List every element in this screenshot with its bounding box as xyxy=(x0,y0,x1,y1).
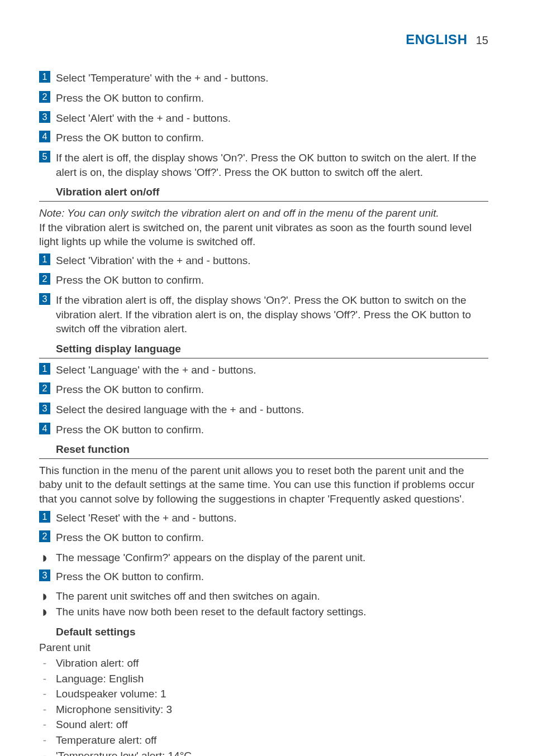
list-text: Language: English xyxy=(56,672,488,686)
step-number-icon: 2 xyxy=(39,273,50,285)
bullet-text: The parent unit switches off and then sw… xyxy=(56,589,488,604)
dash-icon: - xyxy=(39,749,50,756)
step-row: 1 Select 'Vibration' with the + and - bu… xyxy=(39,253,488,268)
step-number-icon: 5 xyxy=(39,151,50,162)
step-text: If the vibration alert is off, the displ… xyxy=(56,293,488,336)
section-divider xyxy=(39,201,488,202)
intro-text: This function in the menu of the parent … xyxy=(39,463,488,506)
step-number-icon: 1 xyxy=(39,363,50,375)
step-row: 1 Select 'Temperature' with the + and - … xyxy=(39,71,488,85)
step-text: Press the OK button to confirm. xyxy=(56,273,488,288)
step-text: Press the OK button to confirm. xyxy=(56,423,488,437)
step-number-icon: 2 xyxy=(39,530,50,542)
list-item: - Loudspeaker volume: 1 xyxy=(39,687,488,701)
step-row: 1 Select 'Language' with the + and - but… xyxy=(39,363,488,377)
list-item: - Vibration alert: off xyxy=(39,656,488,671)
section-heading-vibration: Vibration alert on/off xyxy=(56,185,488,199)
step-text: Select 'Vibration' with the + and - butt… xyxy=(56,253,488,268)
step-text: If the alert is off, the display shows '… xyxy=(56,151,488,179)
step-row: 3 Select the desired language with the +… xyxy=(39,403,488,417)
header-language: ENGLISH xyxy=(406,32,467,47)
step-row: 2 Press the OK button to confirm. xyxy=(39,382,488,397)
section-heading-reset: Reset function xyxy=(56,442,488,457)
step-row: 2 Press the OK button to confirm. xyxy=(39,530,488,545)
step-row: 4 Press the OK button to confirm. xyxy=(39,131,488,145)
step-row: 1 Select 'Reset' with the + and - button… xyxy=(39,511,488,525)
step-text: Select 'Temperature' with the + and - bu… xyxy=(56,71,488,85)
list-item: - Microphone sensitivity: 3 xyxy=(39,702,488,717)
bullet-icon: ◗ xyxy=(39,551,50,564)
step-number-icon: 3 xyxy=(39,570,50,581)
dash-icon: - xyxy=(39,717,50,732)
step-text: Press the OK button to confirm. xyxy=(56,530,488,545)
list-item: - 'Temperature low' alert: 14°C xyxy=(39,749,488,756)
section-heading-defaults: Default settings xyxy=(56,625,488,639)
step-number-icon: 3 xyxy=(39,293,50,305)
list-text: Loudspeaker volume: 1 xyxy=(56,687,488,701)
step-row: 3 If the vibration alert is off, the dis… xyxy=(39,293,488,336)
note-text: Note: You can only switch the vibration … xyxy=(39,206,488,221)
step-text: Press the OK button to confirm. xyxy=(56,131,488,145)
step-number-icon: 4 xyxy=(39,423,50,434)
list-text: 'Temperature low' alert: 14°C xyxy=(56,749,488,756)
list-text: Sound alert: off xyxy=(56,717,488,732)
step-number-icon: 3 xyxy=(39,403,50,414)
bullet-icon: ◗ xyxy=(39,589,50,603)
bullet-row: ◗ The parent unit switches off and then … xyxy=(39,589,488,604)
step-text: Press the OK button to confirm. xyxy=(56,382,488,397)
section-heading-language: Setting display language xyxy=(56,342,488,356)
bullet-row: ◗ The message 'Confirm?' appears on the … xyxy=(39,551,488,565)
step-row: 4 Press the OK button to confirm. xyxy=(39,423,488,437)
step-text: Press the OK button to confirm. xyxy=(56,570,488,584)
dash-icon: - xyxy=(39,702,50,717)
bullet-text: The units have now both been reset to th… xyxy=(56,605,488,619)
list-item: - Temperature alert: off xyxy=(39,733,488,748)
list-item: - Language: English xyxy=(39,672,488,686)
step-row: 3 Press the OK button to confirm. xyxy=(39,570,488,584)
list-text: Temperature alert: off xyxy=(56,733,488,748)
list-text: Microphone sensitivity: 3 xyxy=(56,702,488,717)
step-number-icon: 2 xyxy=(39,382,50,394)
step-number-icon: 3 xyxy=(39,111,50,123)
step-text: Select the desired language with the + a… xyxy=(56,403,488,417)
section-divider xyxy=(39,458,488,459)
step-number-icon: 1 xyxy=(39,511,50,523)
bullet-row: ◗ The units have now both been reset to … xyxy=(39,605,488,619)
step-number-icon: 2 xyxy=(39,91,50,103)
dash-icon: - xyxy=(39,687,50,701)
defaults-subhead: Parent unit xyxy=(39,640,488,655)
step-number-icon: 1 xyxy=(39,71,50,83)
bullet-icon: ◗ xyxy=(39,605,50,619)
list-text: Vibration alert: off xyxy=(56,656,488,671)
step-number-icon: 4 xyxy=(39,131,50,142)
page-header: ENGLISH 15 xyxy=(39,31,488,49)
step-number-icon: 1 xyxy=(39,253,50,265)
step-row: 5 If the alert is off, the display shows… xyxy=(39,151,488,179)
step-text: Select 'Reset' with the + and - buttons. xyxy=(56,511,488,525)
list-item: - Sound alert: off xyxy=(39,717,488,732)
step-text: Select 'Alert' with the + and - buttons. xyxy=(56,111,488,126)
step-row: 3 Select 'Alert' with the + and - button… xyxy=(39,111,488,126)
bullet-text: The message 'Confirm?' appears on the di… xyxy=(56,551,488,565)
step-text: Press the OK button to confirm. xyxy=(56,91,488,106)
step-row: 2 Press the OK button to confirm. xyxy=(39,273,488,288)
step-row: 2 Press the OK button to confirm. xyxy=(39,91,488,106)
header-page-number: 15 xyxy=(476,34,488,46)
step-text: Select 'Language' with the + and - butto… xyxy=(56,363,488,377)
dash-icon: - xyxy=(39,733,50,748)
dash-icon: - xyxy=(39,672,50,686)
intro-text: If the vibration alert is switched on, t… xyxy=(39,221,488,249)
section-divider xyxy=(39,358,488,358)
dash-icon: - xyxy=(39,656,50,671)
